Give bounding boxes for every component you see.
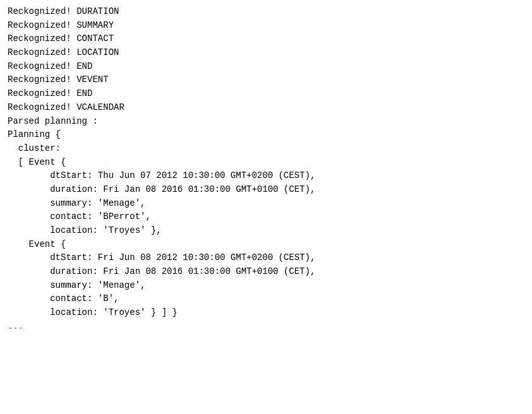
console-line: Reckognized! END bbox=[8, 87, 524, 101]
console-line: Reckognized! DURATION bbox=[8, 5, 524, 19]
console-line: [ Event { bbox=[8, 156, 524, 170]
console-line: Reckognized! CONTACT bbox=[8, 32, 524, 46]
console-line: Reckognized! VCALENDAR bbox=[8, 101, 524, 115]
console-output: Reckognized! DURATIONReckognized! SUMMAR… bbox=[8, 5, 524, 334]
console-line: summary: 'Menage', bbox=[8, 197, 524, 211]
console-line: location: 'Troyes' } ] } bbox=[8, 306, 524, 320]
console-line: dtStart: Thu Jun 07 2012 10:30:00 GMT+02… bbox=[8, 169, 524, 183]
console-line: summary: 'Menage', bbox=[8, 279, 524, 293]
console-line: Reckognized! END bbox=[8, 60, 524, 74]
console-line: Reckognized! LOCATION bbox=[8, 46, 524, 60]
console-line: duration: Fri Jan 08 2016 01:30:00 GMT+0… bbox=[8, 265, 524, 279]
console-line: contact: 'B', bbox=[8, 292, 524, 306]
console-line: Planning { bbox=[8, 128, 524, 142]
console-line: contact: 'BPerrot', bbox=[8, 210, 524, 224]
console-line: cluster: bbox=[8, 142, 524, 156]
console-line: Event { bbox=[8, 238, 524, 252]
console-line: Reckognized! VEVENT bbox=[8, 73, 524, 87]
console-line: duration: Fri Jan 08 2016 01:30:00 GMT+0… bbox=[8, 183, 524, 197]
console-line: dtStart: Fri Jun 08 2012 10:30:00 GMT+02… bbox=[8, 251, 524, 265]
console-line: ... bbox=[8, 320, 524, 334]
console-line: Reckognized! SUMMARY bbox=[8, 19, 524, 33]
console-line: Parsed planning : bbox=[8, 115, 524, 129]
console-line: location: 'Troyes' }, bbox=[8, 224, 524, 238]
